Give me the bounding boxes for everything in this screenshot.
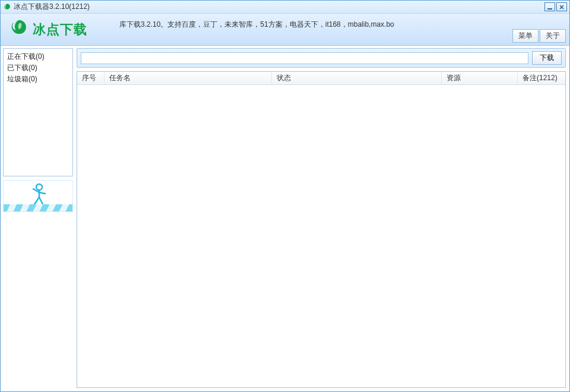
- col-name[interactable]: 任务名: [104, 72, 272, 84]
- sidebar: 正在下载(0) 已下载(0) 垃圾箱(0): [1, 46, 75, 391]
- stripe-decoration: [4, 204, 72, 211]
- sidebar-ad[interactable]: [3, 180, 73, 212]
- app-window: 冰点下载器3.2.10(1212) 冰点下载 库下载3.2.10。支持百度，豆丁…: [0, 0, 570, 392]
- menu-button[interactable]: 菜单: [512, 29, 539, 43]
- sidebar-list: 正在下载(0) 已下载(0) 垃圾箱(0): [3, 48, 73, 176]
- header-subtitle: 库下载3.2.10。支持百度，豆丁，未来智库，51方案，电器天下，it168，m…: [119, 20, 394, 30]
- window-title: 冰点下载器3.2.10(1212): [14, 2, 543, 12]
- close-button[interactable]: [556, 2, 567, 11]
- col-note[interactable]: 备注(1212): [518, 72, 565, 84]
- url-bar: 下载: [77, 48, 566, 68]
- svg-rect-0: [547, 8, 552, 10]
- sidebar-item-downloaded[interactable]: 已下载(0): [7, 62, 69, 74]
- table-header: 序号 任务名 状态 资源 备注(1212): [77, 72, 565, 85]
- sidebar-item-downloading[interactable]: 正在下载(0): [7, 51, 69, 62]
- table-body[interactable]: [77, 85, 565, 387]
- url-input[interactable]: [81, 52, 528, 64]
- download-button[interactable]: 下载: [532, 51, 562, 65]
- task-table: 序号 任务名 状态 资源 备注(1212): [77, 71, 566, 388]
- sidebar-item-trash[interactable]: 垃圾箱(0): [7, 74, 69, 85]
- col-resource[interactable]: 资源: [442, 72, 518, 84]
- app-icon: [3, 3, 11, 11]
- main-area: 下载 序号 任务名 状态 资源 备注(1212): [75, 46, 569, 391]
- minimize-button[interactable]: [544, 2, 555, 11]
- logo-icon: [9, 18, 29, 40]
- body: 正在下载(0) 已下载(0) 垃圾箱(0): [1, 46, 569, 391]
- brand-text: 冰点下载: [33, 21, 87, 39]
- col-status[interactable]: 状态: [272, 72, 442, 84]
- about-button[interactable]: 关于: [540, 29, 566, 43]
- col-seq[interactable]: 序号: [77, 72, 104, 84]
- svg-point-3: [36, 184, 42, 190]
- logo-block: 冰点下载: [1, 18, 107, 40]
- titlebar: 冰点下载器3.2.10(1212): [1, 1, 569, 14]
- header: 冰点下载 库下载3.2.10。支持百度，豆丁，未来智库，51方案，电器天下，it…: [1, 14, 569, 46]
